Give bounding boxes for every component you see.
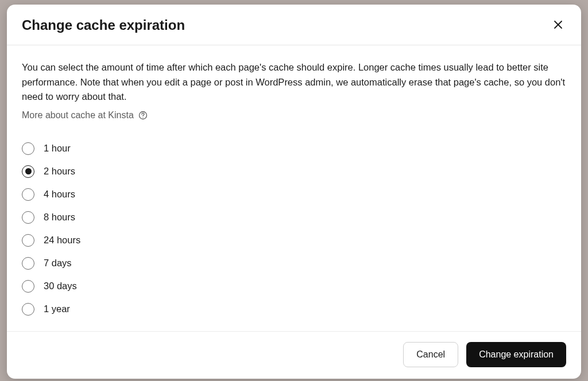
option-2-hours[interactable]: 2 hours (22, 165, 566, 178)
radio-icon (22, 165, 34, 178)
modal-description: You can select the amount of time after … (22, 60, 566, 104)
option-label: 1 hour (44, 143, 71, 154)
modal-header: Change cache expiration (7, 5, 581, 45)
modal-body: You can select the amount of time after … (7, 45, 581, 331)
option-1-hour[interactable]: 1 hour (22, 142, 566, 155)
option-1-year[interactable]: 1 year (22, 303, 566, 316)
radio-icon (22, 303, 34, 316)
option-label: 30 days (44, 281, 77, 291)
option-24-hours[interactable]: 24 hours (22, 234, 566, 247)
help-link-text: More about cache at Kinsta (22, 110, 134, 120)
radio-icon (22, 188, 34, 201)
radio-icon (22, 257, 34, 270)
option-4-hours[interactable]: 4 hours (22, 188, 566, 201)
cancel-button[interactable]: Cancel (403, 342, 458, 367)
option-7-days[interactable]: 7 days (22, 257, 566, 270)
option-label: 24 hours (44, 235, 80, 246)
modal-title: Change cache expiration (22, 17, 185, 33)
radio-icon (22, 280, 34, 293)
modal-change-cache-expiration: Change cache expiration You can select t… (7, 5, 581, 379)
change-expiration-button[interactable]: Change expiration (466, 342, 566, 367)
help-link[interactable]: More about cache at Kinsta (22, 110, 148, 120)
option-8-hours[interactable]: 8 hours (22, 211, 566, 224)
option-label: 4 hours (44, 189, 75, 200)
radio-icon (22, 211, 34, 224)
close-button[interactable] (550, 17, 566, 33)
question-circle-icon (138, 111, 148, 120)
option-label: 7 days (44, 258, 72, 269)
radio-icon (22, 234, 34, 247)
option-label: 8 hours (44, 212, 75, 223)
svg-point-3 (142, 117, 143, 118)
radio-icon (22, 142, 34, 155)
option-label: 1 year (44, 304, 70, 314)
radio-group-expiration: 1 hour 2 hours 4 hours 8 hours 24 hours … (22, 142, 566, 316)
modal-footer: Cancel Change expiration (7, 331, 581, 379)
close-icon (554, 19, 563, 32)
option-30-days[interactable]: 30 days (22, 280, 566, 293)
option-label: 2 hours (44, 166, 75, 177)
